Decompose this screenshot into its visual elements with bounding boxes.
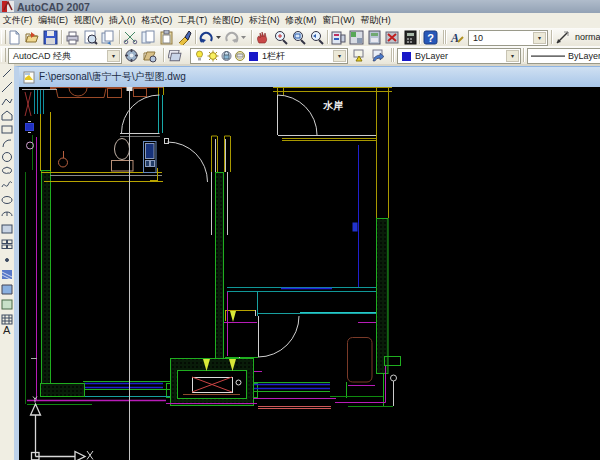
svg-text:?: ?: [427, 32, 434, 44]
svg-text:水岸: 水岸: [322, 100, 343, 111]
svg-text:A: A: [450, 31, 459, 45]
svg-text:A: A: [3, 324, 11, 336]
